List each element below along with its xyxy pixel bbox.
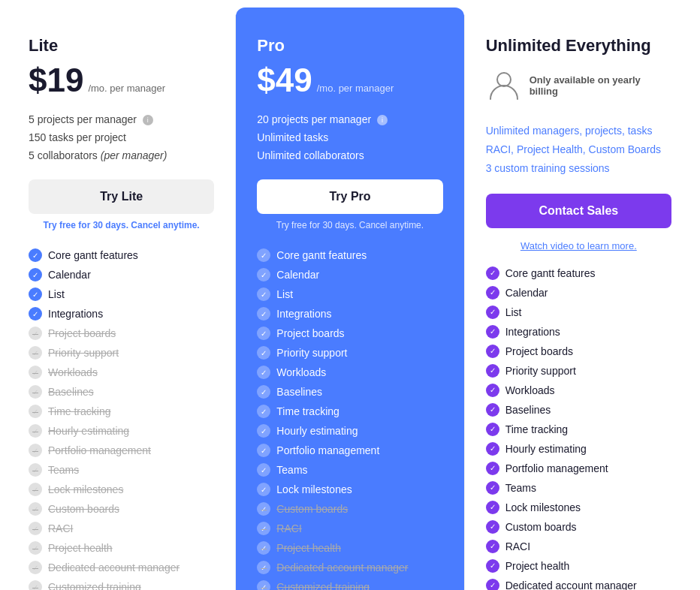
list-item: ✓ Project boards [257, 324, 442, 343]
list-item: ✓ Custom boards [257, 499, 442, 519]
check-icon: ✓ [29, 287, 42, 301]
check-icon: ✓ [486, 423, 499, 436]
try-free-lite-text: Try free for 30 days. Cancel anytime. [44, 220, 200, 230]
svg-point-0 [497, 73, 511, 86]
check-icon: ✓ [257, 424, 270, 438]
feature-label: Portfolio management [505, 462, 608, 474]
feature-label: Integrations [48, 308, 103, 320]
plan-pro-try-free: Try free for 30 days. Cancel anytime. [257, 220, 442, 230]
list-item: ✓ Teams [29, 460, 214, 480]
feature-label: Hourly estimating [276, 425, 358, 437]
list-item: ✓ Workloads [29, 363, 214, 382]
pricing-container: Lite $19 /mo. per manager 5 projects per… [8, 15, 692, 590]
list-item: ✓ Hourly estimating [29, 421, 214, 441]
list-item: ✓ Custom boards [29, 499, 214, 519]
feature-label: Core gantt features [505, 267, 596, 279]
list-item: ✓ Workloads [257, 363, 442, 382]
try-lite-button[interactable]: Try Lite [29, 179, 214, 214]
check-icon: ✓ [257, 483, 270, 496]
plan-lite-price: $19 [29, 62, 83, 99]
list-item: ✓ Integrations [29, 304, 214, 324]
feature-label: Calendar [48, 269, 91, 281]
check-icon: ✓ [486, 384, 499, 397]
info-icon-1[interactable]: i [143, 115, 153, 125]
only-available-section: Only available on yearly billing [486, 62, 671, 110]
feature-label: Hourly estimating [505, 443, 587, 455]
check-icon: ✓ [29, 463, 42, 477]
feature-label: Lock milestones [276, 483, 352, 495]
feature-label: Dedicated account manager [48, 561, 180, 573]
list-item: ✓ RACI [486, 537, 671, 556]
check-icon: ✓ [29, 502, 42, 516]
check-icon: ✓ [257, 307, 270, 321]
contact-sales-button[interactable]: Contact Sales [486, 194, 671, 228]
feature-label: RACI [276, 522, 301, 534]
feature-label: Priority support [48, 347, 119, 359]
check-icon: ✓ [257, 541, 270, 555]
try-pro-button[interactable]: Try Pro [257, 179, 442, 214]
feature-label: Time tracking [505, 423, 569, 435]
feature-label: Project health [505, 560, 570, 572]
check-icon: ✓ [486, 462, 499, 475]
check-icon: ✓ [257, 463, 270, 477]
check-icon: ✓ [486, 520, 499, 534]
list-item: ✓ Dedicated account manager [257, 558, 442, 577]
plan-lite-summary-2: 150 tasks per project [29, 129, 214, 147]
check-icon: ✓ [486, 266, 499, 280]
check-icon: ✓ [486, 364, 499, 378]
plan-lite-price-suffix: /mo. per manager [88, 83, 165, 94]
info-icon-2[interactable]: i [377, 115, 388, 125]
list-item: ✓ Hourly estimating [486, 439, 671, 459]
list-item: ✓ Baselines [257, 382, 442, 402]
check-icon: ✓ [257, 522, 270, 535]
list-item: ✓ List [257, 284, 442, 304]
plan-lite: Lite $19 /mo. per manager 5 projects per… [8, 15, 236, 590]
feature-label: Workloads [48, 366, 98, 378]
list-item: ✓ Priority support [486, 361, 671, 381]
check-icon: ✓ [257, 385, 270, 399]
plan-unlimited: Unlimited Everything Only available on y… [464, 15, 692, 590]
unlimited-extra-1: Unlimited managers, projects, tasks [486, 122, 671, 140]
list-item: ✓ Time tracking [29, 402, 214, 421]
feature-label: Time tracking [276, 405, 339, 417]
feature-label: RACI [48, 522, 73, 534]
list-item: ✓ Project health [486, 556, 671, 576]
list-item: ✓ Lock milestones [257, 480, 442, 499]
list-item: ✓ Customized training [257, 577, 442, 590]
check-icon: ✓ [29, 385, 42, 399]
list-item: ✓ Portfolio management [257, 441, 442, 460]
check-icon: ✓ [29, 366, 42, 379]
list-item: ✓ Dedicated account manager [29, 558, 214, 577]
check-icon: ✓ [486, 481, 499, 495]
list-item: ✓ Baselines [486, 400, 671, 420]
feature-label: Workloads [276, 366, 326, 378]
feature-label: Teams [505, 482, 536, 494]
feature-label: Project health [276, 542, 341, 554]
list-item: ✓ Priority support [29, 343, 214, 363]
feature-label: Portfolio management [48, 444, 151, 456]
feature-label: Priority support [276, 347, 347, 359]
plan-lite-feature-list: ✓ Core gantt features ✓ Calendar ✓ List … [29, 245, 214, 590]
check-icon: ✓ [29, 405, 42, 418]
watch-video-link[interactable]: Watch video to learn more. [486, 240, 671, 251]
feature-label: List [276, 288, 293, 300]
feature-label: Customized training [276, 581, 370, 590]
try-free-pro-text: Try free for 30 days. Cancel anytime. [276, 220, 424, 230]
check-icon: ✓ [486, 403, 499, 417]
check-icon: ✓ [29, 307, 42, 321]
check-icon: ✓ [486, 540, 499, 553]
feature-label: Project health [48, 542, 113, 554]
unlimited-extra-2: RACI, Project Health, Custom Boards [486, 140, 671, 159]
feature-label: Calendar [276, 269, 319, 281]
feature-label: Custom boards [505, 521, 577, 533]
list-item: ✓ Calendar [29, 265, 214, 284]
check-icon: ✓ [29, 346, 42, 360]
feature-label: Baselines [48, 386, 94, 398]
check-icon: ✓ [257, 346, 270, 360]
plan-pro-summary: 20 projects per manager i Unlimited task… [257, 111, 442, 164]
list-item: ✓ Workloads [486, 381, 671, 400]
check-icon: ✓ [486, 306, 499, 319]
list-item: ✓ Custom boards [486, 517, 671, 537]
check-icon: ✓ [257, 502, 270, 516]
feature-label: Baselines [276, 386, 322, 398]
